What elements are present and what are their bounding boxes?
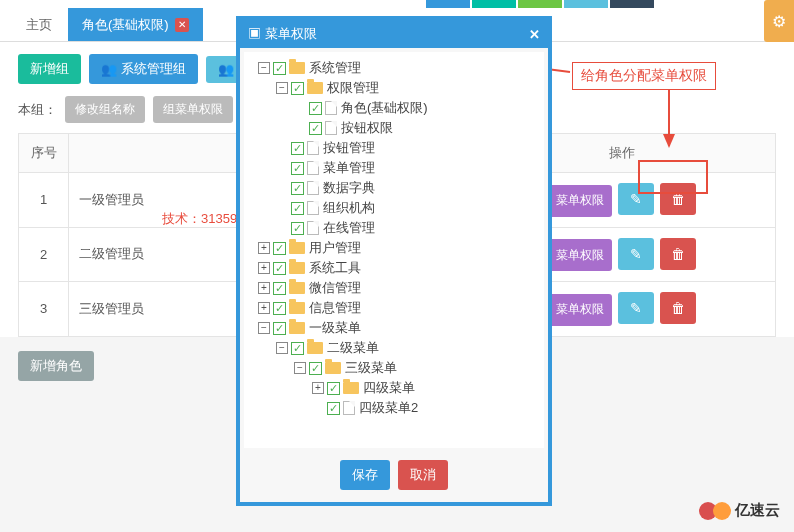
tree-node[interactable]: −✓一级菜单 [246,318,542,338]
menu-perm-button[interactable]: 菜单权限 [548,239,612,271]
checkbox-icon[interactable]: ✓ [309,362,322,375]
tab-home[interactable]: 主页 [12,8,66,41]
tree-toggle-icon[interactable]: − [258,62,270,74]
tree-toggle-icon[interactable]: − [276,342,288,354]
delete-icon[interactable]: 🗑 [660,238,696,270]
add-role-button[interactable]: 新增角色 [18,351,94,381]
checkbox-icon[interactable]: ✓ [291,142,304,155]
brand-logo: 亿速云 [699,501,780,520]
modal-title: ▣ 菜单权限 [248,25,317,43]
users-icon: 👥 [101,62,117,77]
new-group-button[interactable]: 新增组 [18,54,81,84]
tree-node[interactable]: −✓系统管理 [246,58,542,78]
tree-node[interactable]: ✓四级菜单2 [246,398,542,418]
checkbox-icon[interactable]: ✓ [327,382,340,395]
tree-node[interactable]: −✓三级菜单 [246,358,542,378]
cell-no: 3 [19,282,69,337]
edit-icon[interactable]: ✎ [618,292,654,324]
checkbox-icon[interactable]: ✓ [273,302,286,315]
tree-node[interactable]: +✓四级菜单 [246,378,542,398]
settings-gear-button[interactable]: ⚙ [764,0,794,42]
tree-node[interactable]: ✓数据字典 [246,178,542,198]
tree-node[interactable]: ✓角色(基础权限) [246,98,542,118]
tree-node[interactable]: ✓按钮权限 [246,118,542,138]
checkbox-icon[interactable]: ✓ [273,262,286,275]
folder-icon [307,342,323,354]
col-no: 序号 [19,134,69,173]
tree-toggle-icon[interactable]: − [276,82,288,94]
tree-toggle-icon[interactable]: − [294,362,306,374]
modal-close-button[interactable]: ✕ [529,27,540,42]
tree-node[interactable]: +✓系统工具 [246,258,542,278]
menu-perm-button[interactable]: 菜单权限 [548,294,612,326]
delete-icon[interactable]: 🗑 [660,292,696,324]
file-icon [307,181,319,195]
tree-toggle-icon[interactable]: + [258,262,270,274]
tree-node[interactable]: ✓按钮管理 [246,138,542,158]
checkbox-icon[interactable]: ✓ [273,62,286,75]
file-icon [343,401,355,415]
tree-node[interactable]: +✓用户管理 [246,238,542,258]
checkbox-icon[interactable]: ✓ [291,222,304,235]
tree-toggle-icon[interactable]: − [258,322,270,334]
checkbox-icon[interactable]: ✓ [327,402,340,415]
checkbox-icon[interactable]: ✓ [291,182,304,195]
tree-node-label: 四级菜单2 [359,399,418,417]
tree-node-label: 微信管理 [309,279,361,297]
checkbox-icon[interactable]: ✓ [273,282,286,295]
tree-node[interactable]: ✓组织机构 [246,198,542,218]
tree-node[interactable]: +✓微信管理 [246,278,542,298]
tree-node-label: 在线管理 [323,219,375,237]
tree-node[interactable]: +✓信息管理 [246,298,542,318]
tree-toggle-icon[interactable]: + [258,242,270,254]
rename-group-button[interactable]: 修改组名称 [65,96,145,123]
checkbox-icon[interactable]: ✓ [309,102,322,115]
tab-role-base-perm[interactable]: 角色(基础权限) ✕ [68,8,203,41]
checkbox-icon[interactable]: ✓ [291,202,304,215]
checkbox-icon[interactable]: ✓ [291,342,304,355]
tree-node-label: 组织机构 [323,199,375,217]
checkbox-icon[interactable]: ✓ [309,122,322,135]
folder-icon [289,242,305,254]
close-icon[interactable]: ✕ [175,18,189,32]
group-label: 本组： [18,101,57,119]
checkbox-icon[interactable]: ✓ [291,162,304,175]
top-color-strip [0,0,794,8]
tree-node-label: 数据字典 [323,179,375,197]
tree-node[interactable]: ✓在线管理 [246,218,542,238]
file-icon [307,141,319,155]
tree-node-label: 按钮管理 [323,139,375,157]
tree-node[interactable]: −✓二级菜单 [246,338,542,358]
folder-icon [289,322,305,334]
cell-no: 1 [19,173,69,228]
menu-perm-modal: ▣ 菜单权限 ✕ −✓系统管理−✓权限管理✓角色(基础权限)✓按钮权限✓按钮管理… [236,16,552,506]
tree-node-label: 系统管理 [309,59,361,77]
checkbox-icon[interactable]: ✓ [291,82,304,95]
file-icon [325,101,337,115]
checkbox-icon[interactable]: ✓ [273,322,286,335]
tree-node[interactable]: −✓权限管理 [246,78,542,98]
file-icon [307,161,319,175]
tree-node-label: 系统工具 [309,259,361,277]
hint-assign-menu-perm: 给角色分配菜单权限 [572,62,716,90]
edit-icon[interactable]: ✎ [618,238,654,270]
menu-perm-button[interactable]: 菜单权限 [548,185,612,217]
file-icon [307,221,319,235]
tree-node-label: 信息管理 [309,299,361,317]
modal-footer: 保存 取消 [244,452,544,498]
group-menu-perm-button[interactable]: 组菜单权限 [153,96,233,123]
tree-toggle-icon[interactable]: + [258,282,270,294]
tree-toggle-icon[interactable]: + [258,302,270,314]
folder-icon [325,362,341,374]
tree-node-label: 用户管理 [309,239,361,257]
cancel-button[interactable]: 取消 [398,460,448,490]
save-button[interactable]: 保存 [340,460,390,490]
tree-node[interactable]: ✓菜单管理 [246,158,542,178]
checkbox-icon[interactable]: ✓ [273,242,286,255]
folder-icon [307,82,323,94]
tree-toggle-icon[interactable]: + [312,382,324,394]
folder-icon [289,62,305,74]
tree-node-label: 一级菜单 [309,319,361,337]
sys-mgmt-group-button[interactable]: 👥系统管理组 [89,54,198,84]
modal-body[interactable]: −✓系统管理−✓权限管理✓角色(基础权限)✓按钮权限✓按钮管理✓菜单管理✓数据字… [244,52,544,448]
